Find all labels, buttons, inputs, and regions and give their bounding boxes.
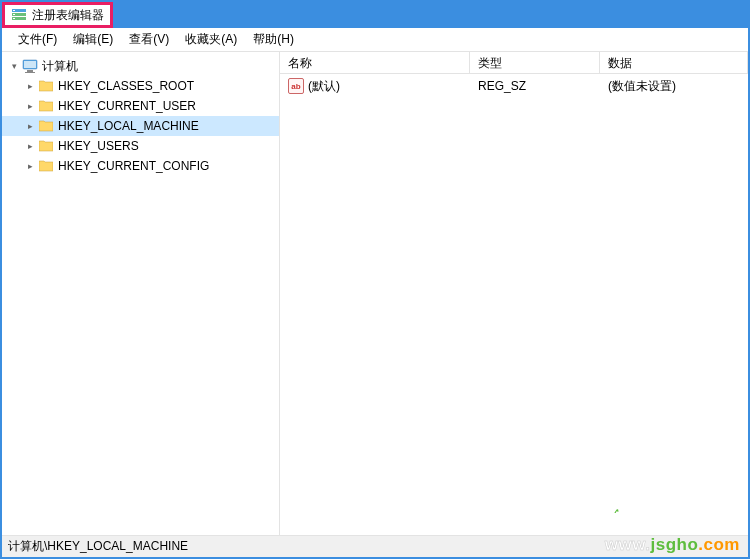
- list-row[interactable]: ab(默认)REG_SZ(数值未设置): [280, 76, 748, 96]
- menubar: 文件(F) 编辑(E) 查看(V) 收藏夹(A) 帮助(H): [2, 28, 748, 52]
- folder-icon: [38, 98, 54, 114]
- column-header-type[interactable]: 类型: [470, 52, 600, 73]
- content-area: ▾ 计算机 ▸HKEY_CLASSES_ROOT▸HKEY_CURRENT_US…: [2, 52, 748, 535]
- svg-rect-3: [13, 10, 15, 11]
- menu-help[interactable]: 帮助(H): [245, 29, 302, 50]
- tree-node-label: HKEY_USERS: [58, 139, 139, 153]
- regedit-icon: [11, 7, 27, 23]
- folder-icon: [38, 138, 54, 154]
- chevron-right-icon[interactable]: ▸: [24, 140, 36, 152]
- tree-node-hkey-local-machine[interactable]: ▸HKEY_LOCAL_MACHINE: [2, 116, 279, 136]
- tree-node-hkey-classes-root[interactable]: ▸HKEY_CLASSES_ROOT: [2, 76, 279, 96]
- folder-icon: [38, 158, 54, 174]
- tree-node-label: HKEY_CLASSES_ROOT: [58, 79, 194, 93]
- menu-view[interactable]: 查看(V): [121, 29, 177, 50]
- menu-edit[interactable]: 编辑(E): [65, 29, 121, 50]
- titlebar[interactable]: 注册表编辑器: [2, 2, 748, 28]
- svg-rect-8: [27, 70, 33, 72]
- column-header-name[interactable]: 名称: [280, 52, 470, 73]
- tree-node-label: HKEY_LOCAL_MACHINE: [58, 119, 199, 133]
- chevron-right-icon[interactable]: ▸: [24, 120, 36, 132]
- tree-node-hkey-current-user[interactable]: ▸HKEY_CURRENT_USER: [2, 96, 279, 116]
- computer-icon: [22, 58, 38, 74]
- tree-root-label: 计算机: [42, 58, 78, 75]
- list-header: 名称 类型 数据: [280, 52, 748, 74]
- statusbar-path: 计算机\HKEY_LOCAL_MACHINE: [8, 538, 188, 555]
- tree-node-label: HKEY_CURRENT_CONFIG: [58, 159, 209, 173]
- value-name: (默认): [308, 78, 340, 95]
- menu-favorites[interactable]: 收藏夹(A): [177, 29, 245, 50]
- titlebar-highlight: 注册表编辑器: [2, 2, 113, 28]
- list-body[interactable]: ab(默认)REG_SZ(数值未设置): [280, 74, 748, 535]
- folder-icon: [38, 78, 54, 94]
- tree-panel[interactable]: ▾ 计算机 ▸HKEY_CLASSES_ROOT▸HKEY_CURRENT_US…: [2, 52, 280, 535]
- tree-node-hkey-current-config[interactable]: ▸HKEY_CURRENT_CONFIG: [2, 156, 279, 176]
- chevron-down-icon[interactable]: ▾: [8, 60, 20, 72]
- window-frame: 注册表编辑器 文件(F) 编辑(E) 查看(V) 收藏夹(A) 帮助(H) ▾ …: [0, 0, 750, 559]
- chevron-right-icon[interactable]: ▸: [24, 80, 36, 92]
- chevron-right-icon[interactable]: ▸: [24, 160, 36, 172]
- list-panel: 名称 类型 数据 ab(默认)REG_SZ(数值未设置): [280, 52, 748, 535]
- column-header-data[interactable]: 数据: [600, 52, 748, 73]
- svg-rect-7: [24, 61, 36, 68]
- window-title: 注册表编辑器: [32, 7, 104, 24]
- statusbar: 计算机\HKEY_LOCAL_MACHINE: [2, 535, 748, 557]
- value-type: REG_SZ: [470, 79, 600, 93]
- tree-node-hkey-users[interactable]: ▸HKEY_USERS: [2, 136, 279, 156]
- svg-rect-5: [13, 18, 15, 19]
- chevron-right-icon[interactable]: ▸: [24, 100, 36, 112]
- menu-file[interactable]: 文件(F): [10, 29, 65, 50]
- tree-root-computer[interactable]: ▾ 计算机: [2, 56, 279, 76]
- folder-icon: [38, 118, 54, 134]
- string-value-icon: ab: [288, 78, 304, 94]
- value-data: (数值未设置): [600, 78, 748, 95]
- svg-rect-9: [25, 72, 35, 73]
- tree-node-label: HKEY_CURRENT_USER: [58, 99, 196, 113]
- svg-rect-4: [13, 14, 15, 15]
